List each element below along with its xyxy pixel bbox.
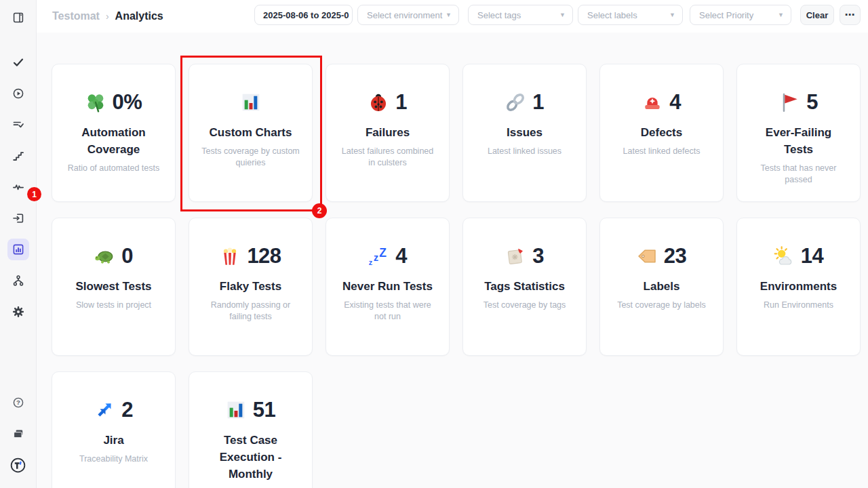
card-title: Failures [326,124,449,141]
breadcrumb-separator: › [106,11,109,22]
card-failures[interactable]: 1 Failures Latest failures combined in c… [326,64,450,202]
card-tags-statistics[interactable]: 3 Tags Statistics Test coverage by tags [462,218,587,356]
flag-icon [779,92,800,113]
card-test-case-execution-monthly[interactable]: 51 Test Case Execution - Monthly [189,371,313,488]
stat-value: 2 [121,398,133,422]
list-check-icon [12,119,24,131]
more-options-button[interactable]: ⋯ [840,5,861,25]
stat-value: 5 [806,90,818,115]
card-subtitle: Tests that has never passed [737,163,860,186]
sign-in-icon [12,212,24,224]
card-jira[interactable]: 2 Jira Traceability Matrix [52,371,176,488]
card-title: Environments [737,278,860,295]
card-never-run-tests[interactable]: 4 Never Run Tests Existing tests that we… [326,218,450,356]
header: Testomat › Analytics 2025-08-06 to 2025-… [37,0,868,33]
sidebar-item-runs[interactable] [7,83,29,104]
card-flaky-tests[interactable]: 128 Flaky Tests Randomly passing or fail… [189,218,313,356]
card-subtitle: Test coverage by labels [600,300,723,311]
clover-icon [85,92,106,113]
card-subtitle: Run Environments [737,300,860,311]
card-title: Jira [52,432,175,449]
play-circle-icon [12,87,24,100]
card-custom-charts[interactable]: Custom Charts Tests coverage by custom q… [189,64,313,202]
card-subtitle: Existing tests that were not run [326,300,449,323]
card-issues[interactable]: 1 Issues Latest linked issues [462,64,587,202]
stat-value: 4 [669,90,681,115]
chevron-down-icon: ▼ [669,12,682,18]
card-ever-failing-tests[interactable]: 5 Ever-Failing Tests Tests that has neve… [736,64,861,202]
card-automation-coverage[interactable]: 0% Automation Coverage Ratio of automate… [52,64,176,202]
chevron-down-icon: ▼ [778,12,791,18]
sidebar-item-toggle[interactable] [7,7,29,28]
stairs-icon [12,150,24,162]
stat-value: 0 [121,244,133,268]
stat-value: 1 [395,90,407,115]
breadcrumb-project-link[interactable]: Testomat [52,10,100,22]
card-title: Never Run Tests [326,278,449,295]
sidebar-bottom-group [7,392,29,476]
books-icon [12,428,24,440]
chevron-down-icon: ▼ [559,12,572,18]
card-subtitle: Test coverage by tags [463,300,586,311]
card-subtitle: Randomly passing or failing tests [189,300,312,323]
card-title: Ever-Failing Tests [737,124,860,158]
card-slowest-tests[interactable]: 0 Slowest Tests Slow tests in project [52,218,176,356]
stat-value: 23 [664,244,686,268]
sidebar-item-branches[interactable] [7,270,29,291]
card-environments[interactable]: 14 Environments Run Environments [736,218,861,356]
environment-filter-select[interactable]: Select environment ▼ [357,5,459,25]
link-icon [505,92,526,113]
card-title: Flaky Tests [189,278,312,295]
popcorn-icon [220,246,240,266]
ladybug-icon [368,92,389,113]
sidebar-item-tests[interactable] [7,52,29,73]
sidebar-item-docs[interactable] [7,423,29,445]
sidebar [0,0,37,488]
card-subtitle: Slow tests in project [52,300,175,311]
labels-filter-select[interactable]: Select labels ▼ [578,5,683,25]
card-subtitle: Tests coverage by custom quieries [189,146,312,169]
date-range-input[interactable]: 2025-08-06 to 2025-0 [254,5,353,25]
siren-icon [642,92,663,113]
card-title: Test Case Execution - Monthly [189,432,312,483]
clear-button[interactable]: Clear [800,5,834,25]
tags-filter-select[interactable]: Select tags ▼ [468,5,573,25]
card-title: Tags Statistics [463,278,586,295]
testomat-logo-icon [10,458,26,473]
card-subtitle: Latest failures combined in culsters [326,146,449,169]
stat-value: 128 [247,244,281,268]
stat-value: 14 [801,244,823,268]
barchart-icon [226,400,246,420]
card-title: Issues [463,124,586,141]
sidebar-item-analytics[interactable] [7,239,29,260]
panel-toggle-icon [12,12,24,24]
sidebar-item-steps[interactable] [7,145,29,167]
stat-value: 3 [532,244,544,268]
jira-icon [94,400,115,420]
card-defects[interactable]: 4 Defects Latest linked defects [599,64,724,202]
sidebar-item-plans[interactable] [7,114,29,136]
sidebar-item-help[interactable] [7,392,29,413]
sidebar-item-settings[interactable] [7,301,29,323]
card-title: Automation Coverage [52,124,175,158]
git-branch-icon [12,274,24,287]
priority-filter-select[interactable]: Select Priority ▼ [690,5,791,25]
suncloud-icon [774,246,794,266]
chevron-down-icon: ▼ [446,12,458,18]
card-title: Slowest Tests [52,278,175,295]
analytics-dashboard: 0% Automation Coverage Ratio of automate… [37,33,868,488]
turtle-icon [94,246,115,266]
card-subtitle: Latest linked defects [600,146,723,157]
card-title: Custom Charts [189,124,312,141]
stat-value: 0% [113,90,142,115]
check-icon [12,56,24,68]
stat-value: 1 [532,90,544,115]
sidebar-item-logo[interactable] [7,454,29,476]
stat-value: 4 [395,244,407,268]
sidebar-item-imports[interactable] [7,207,29,229]
bar-chart-icon [12,243,24,256]
card-title: Labels [600,278,723,295]
sidebar-item-activity[interactable] [7,176,29,198]
card-labels[interactable]: 23 Labels Test coverage by labels [599,218,724,356]
card-title: Defects [600,124,723,141]
